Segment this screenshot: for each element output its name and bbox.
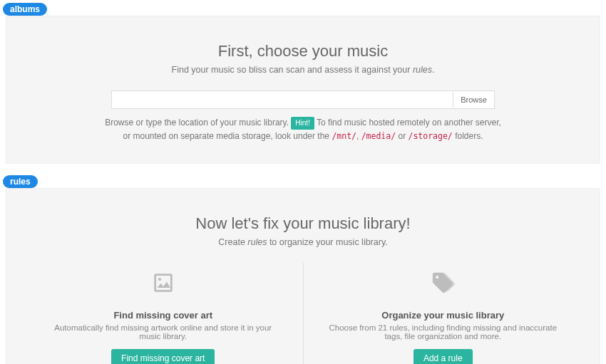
path-media: /media/: [361, 131, 396, 141]
path-mnt: /mnt/: [332, 131, 356, 141]
find-cover-art-button[interactable]: Find missing cover art: [111, 349, 215, 364]
organize-column: Organize your music library Choose from …: [303, 263, 583, 364]
albums-subtitle: Find your music so bliss can scan and as…: [24, 65, 582, 75]
add-rule-button[interactable]: Add a rule: [414, 349, 473, 364]
rules-tag: rules: [3, 175, 38, 188]
cover-art-heading: Find missing cover art: [43, 310, 283, 321]
albums-panel: First, choose your music Find your music…: [6, 16, 600, 164]
cover-art-column: Find missing cover art Automatically fin…: [24, 263, 303, 364]
cover-art-desc: Automatically find missing artwork onlin…: [43, 323, 283, 340]
organize-heading: Organize your music library: [324, 310, 563, 321]
rules-title: Now let's fix your music library!: [24, 214, 582, 233]
hint-text: Browse or type the location of your musi…: [103, 116, 503, 143]
browse-button[interactable]: Browse: [453, 90, 495, 109]
path-input-row: Browse: [24, 90, 582, 109]
hint-badge: Hint!: [291, 117, 314, 130]
rules-subtitle: Create rules to organize your music libr…: [24, 237, 582, 247]
albums-title: First, choose your music: [24, 42, 582, 61]
organize-desc: Choose from 21 rules, including finding …: [324, 323, 563, 340]
albums-tag: albums: [3, 3, 47, 16]
tags-icon: [324, 266, 563, 300]
image-icon: [43, 266, 283, 300]
music-path-input[interactable]: [111, 90, 453, 109]
rules-panel: Now let's fix your music library! Create…: [6, 188, 600, 364]
path-storage: /storage/: [408, 131, 452, 141]
